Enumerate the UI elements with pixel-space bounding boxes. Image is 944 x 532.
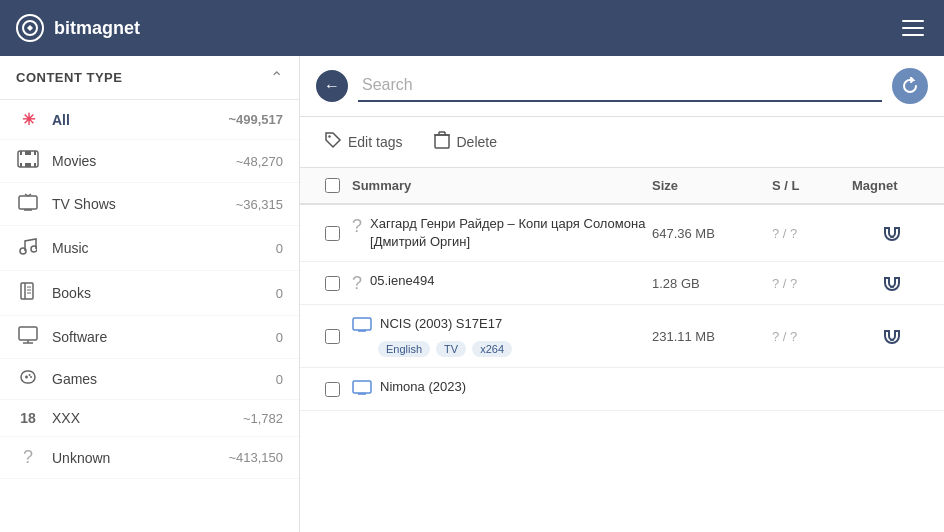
tag-x264: x264 bbox=[472, 341, 512, 357]
content-area: ← Edit tags Delete bbox=[300, 56, 944, 532]
row-checkbox[interactable] bbox=[325, 329, 340, 344]
trash-icon bbox=[434, 131, 450, 153]
sidebar-item-games[interactable]: Games 0 bbox=[0, 359, 299, 400]
summary-column-header: Summary bbox=[352, 178, 652, 193]
row-title: 05.iene494 bbox=[370, 272, 434, 290]
hamburger-button[interactable] bbox=[898, 16, 928, 40]
svg-rect-4 bbox=[20, 163, 22, 167]
row-title-area: ? Хаггард Генри Райдер – Копи царя Солом… bbox=[352, 215, 652, 251]
main-layout: Content Type ⌃ ✳ All ~499,517 Movies ~48… bbox=[0, 56, 944, 532]
tag-english: English bbox=[378, 341, 430, 357]
sidebar-item-xxx[interactable]: 18 XXX ~1,782 bbox=[0, 400, 299, 437]
row-summary: ? 05.iene494 bbox=[352, 272, 652, 294]
movies-icon bbox=[16, 150, 40, 172]
app-title: bitmagnet bbox=[54, 18, 140, 39]
unknown-type-icon: ? bbox=[352, 273, 362, 294]
row-size: 1.28 GB bbox=[652, 276, 772, 291]
row-checkbox[interactable] bbox=[325, 276, 340, 291]
software-icon bbox=[16, 326, 40, 348]
svg-rect-2 bbox=[20, 151, 22, 155]
chevron-up-icon[interactable]: ⌃ bbox=[270, 68, 283, 87]
svg-point-26 bbox=[29, 374, 31, 376]
refresh-button[interactable] bbox=[892, 68, 928, 104]
row-checkbox-cell[interactable] bbox=[312, 382, 352, 397]
row-title: Nimona (2023) bbox=[380, 378, 466, 396]
row-title: NCIS (2003) S17E17 bbox=[380, 315, 502, 333]
row-size: 647.36 MB bbox=[652, 226, 772, 241]
sidebar-section-header: Content Type ⌃ bbox=[0, 56, 299, 100]
sidebar-item-movies[interactable]: Movies ~48,270 bbox=[0, 140, 299, 183]
unknown-count: ~413,150 bbox=[228, 450, 283, 465]
table-row: Nimona (2023) bbox=[300, 368, 944, 411]
svg-rect-5 bbox=[34, 163, 36, 167]
movies-count: ~48,270 bbox=[236, 154, 283, 169]
row-checkbox-cell[interactable] bbox=[312, 276, 352, 291]
table-row: NCIS (2003) S17E17 English TV x264 231.1… bbox=[300, 305, 944, 368]
row-summary: Nimona (2023) bbox=[352, 378, 652, 400]
edit-tags-button[interactable]: Edit tags bbox=[316, 127, 410, 157]
table-row: ? 05.iene494 1.28 GB ? / ? bbox=[300, 262, 944, 305]
content-type-label: Content Type bbox=[16, 70, 122, 85]
sidebar-item-label: Music bbox=[52, 240, 264, 256]
row-tags: English TV x264 bbox=[378, 341, 652, 357]
search-bar: ← bbox=[300, 56, 944, 117]
unknown-icon: ? bbox=[16, 447, 40, 468]
magnet-link[interactable] bbox=[852, 222, 932, 244]
svg-rect-8 bbox=[19, 196, 37, 209]
row-checkbox[interactable] bbox=[325, 382, 340, 397]
magnet-link[interactable] bbox=[852, 272, 932, 294]
games-count: 0 bbox=[276, 372, 283, 387]
svg-rect-28 bbox=[435, 135, 449, 148]
sidebar-item-tvshows[interactable]: TV Shows ~36,315 bbox=[0, 183, 299, 226]
sidebar-item-label: Unknown bbox=[52, 450, 216, 466]
sidebar-item-all[interactable]: ✳ All ~499,517 bbox=[0, 100, 299, 140]
app-logo: bitmagnet bbox=[16, 14, 140, 42]
hamburger-line bbox=[902, 20, 924, 22]
sidebar-item-books[interactable]: Books 0 bbox=[0, 271, 299, 316]
tag-icon bbox=[324, 131, 342, 153]
software-count: 0 bbox=[276, 330, 283, 345]
music-icon bbox=[16, 236, 40, 260]
row-summary: NCIS (2003) S17E17 English TV x264 bbox=[352, 315, 652, 357]
all-count: ~499,517 bbox=[228, 112, 283, 127]
delete-label: Delete bbox=[456, 134, 496, 150]
row-size: 231.11 MB bbox=[652, 329, 772, 344]
header-checkbox-cell[interactable] bbox=[312, 178, 352, 193]
sidebar-item-label: XXX bbox=[52, 410, 231, 426]
svg-point-27 bbox=[328, 135, 330, 137]
books-count: 0 bbox=[276, 286, 283, 301]
sidebar-item-music[interactable]: Music 0 bbox=[0, 226, 299, 271]
row-checkbox[interactable] bbox=[325, 226, 340, 241]
magnet-link[interactable] bbox=[852, 325, 932, 347]
sidebar-item-unknown[interactable]: ? Unknown ~413,150 bbox=[0, 437, 299, 479]
row-title: Хаггард Генри Райдер – Копи царя Соломон… bbox=[370, 215, 652, 251]
tag-tv: TV bbox=[436, 341, 466, 357]
hamburger-line bbox=[902, 34, 924, 36]
toolbar: Edit tags Delete bbox=[300, 117, 944, 168]
table-header: Summary Size S / L Magnet bbox=[300, 168, 944, 205]
svg-rect-15 bbox=[21, 283, 33, 299]
back-button[interactable]: ← bbox=[316, 70, 348, 102]
delete-button[interactable]: Delete bbox=[426, 127, 504, 157]
svg-rect-19 bbox=[19, 327, 37, 340]
row-sl: ? / ? bbox=[772, 276, 852, 291]
sidebar-item-label: Books bbox=[52, 285, 264, 301]
sidebar-item-label: TV Shows bbox=[52, 196, 224, 212]
row-checkbox-cell[interactable] bbox=[312, 226, 352, 241]
row-title-area: Nimona (2023) bbox=[352, 378, 652, 400]
unknown-type-icon: ? bbox=[352, 216, 362, 237]
row-checkbox-cell[interactable] bbox=[312, 329, 352, 344]
search-input[interactable] bbox=[358, 70, 882, 102]
sidebar-item-software[interactable]: Software 0 bbox=[0, 316, 299, 359]
svg-rect-6 bbox=[25, 151, 31, 155]
row-title-area: ? 05.iene494 bbox=[352, 272, 652, 294]
xxx-icon: 18 bbox=[16, 410, 40, 426]
music-count: 0 bbox=[276, 241, 283, 256]
all-icon: ✳ bbox=[16, 110, 40, 129]
svg-rect-37 bbox=[353, 318, 371, 330]
xxx-count: ~1,782 bbox=[243, 411, 283, 426]
select-all-checkbox[interactable] bbox=[325, 178, 340, 193]
results-table: Summary Size S / L Magnet ? Хаггард Генр… bbox=[300, 168, 944, 532]
size-column-header: Size bbox=[652, 178, 772, 193]
row-sl: ? / ? bbox=[772, 329, 852, 344]
